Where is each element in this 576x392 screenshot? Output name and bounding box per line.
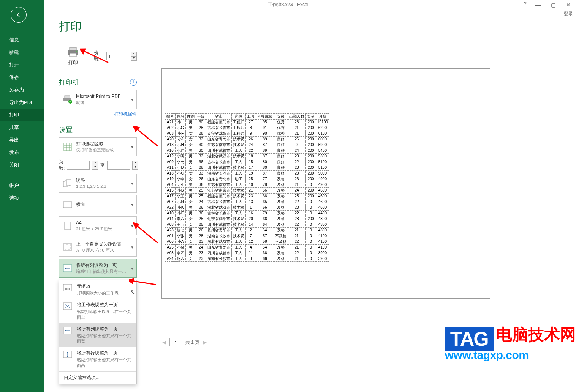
print-area-sub: 仅打印当前选定区域: [76, 147, 133, 153]
back-button[interactable]: [11, 7, 27, 23]
minimize-button[interactable]: —: [530, 0, 546, 9]
pages-to-input[interactable]: [107, 161, 130, 170]
copies-input[interactable]: [106, 52, 128, 60]
col-header: 年龄: [196, 114, 206, 120]
printer-selector[interactable]: Microsoft Print to PDF 就绪 ▼: [59, 90, 137, 109]
scaling-option-icon: [62, 350, 73, 368]
close-button[interactable]: ✕: [561, 0, 576, 9]
printer-heading: 打印机: [59, 78, 79, 87]
table-row: A01小张男28湖南省长沙市技术员757不及格2104100: [165, 233, 329, 239]
table-row: A20小J女33山东省青岛市技术员2689良好262006000: [165, 137, 329, 142]
page-input[interactable]: [169, 338, 182, 346]
printer-name: Microsoft Print to PDF: [76, 93, 133, 99]
nav-打印[interactable]: 打印: [0, 109, 44, 121]
scaling-option-3[interactable]: 将所有行调整为一页缩减打印输出使其只有一个页面高: [59, 347, 136, 371]
scaling-option-1[interactable]: 将工作表调整为一页缩减打印输出以显示在一个页面上: [59, 299, 136, 323]
watermark-tag: TAG: [445, 327, 494, 351]
annotation-arrow: [133, 125, 160, 148]
pages-to-label: 至: [100, 162, 105, 168]
table-row: A08王五女25四川省成都市技术员1464及格2204300: [165, 222, 329, 228]
pages-to-up[interactable]: ▲: [132, 161, 138, 165]
page-total: 共 1 页: [185, 339, 199, 346]
pages-to-down[interactable]: ▼: [132, 165, 138, 170]
pages-from-down[interactable]: ▼: [92, 165, 98, 170]
nav-选项[interactable]: 选项: [0, 192, 44, 204]
chevron-down-icon: ▼: [130, 224, 134, 228]
printer-properties-link[interactable]: 打印机属性: [114, 112, 137, 117]
pages-from-up[interactable]: ▲: [92, 161, 98, 165]
nav-导出为PDF[interactable]: 导出为PDF: [0, 96, 44, 109]
margins-title: 上一个自定义边距设置: [76, 241, 133, 247]
col-header: 省市: [206, 114, 232, 120]
page-next[interactable]: ▶: [203, 339, 207, 346]
fit-columns-icon: [62, 264, 73, 272]
table-row: A17小王男25福建省厦门市技术员2366及格252004600: [165, 194, 329, 199]
custom-scaling-link[interactable]: 自定义缩放选项...: [59, 371, 136, 384]
col-header: 性别: [186, 114, 196, 120]
table-row: A12小明男33湖北省武汉市技术员1887良好232005300: [165, 154, 329, 159]
copies-up[interactable]: ▲: [131, 52, 137, 56]
nav-关闭[interactable]: 关闭: [0, 159, 44, 171]
scaling-sub: 缩减打印输出使其只有一…: [76, 269, 133, 274]
copies-down[interactable]: ▼: [131, 56, 137, 61]
table-row: A04小I男36江苏省南京市工人1078及格2104900: [165, 182, 329, 188]
collate-selector[interactable]: 调整1,2,3 1,2,3 1,2,3 ▼: [59, 174, 137, 193]
scaling-selector[interactable]: 将所有列调整为一页缩减打印输出使其只有一… ▼: [59, 259, 137, 278]
sheet-icon: [62, 143, 73, 151]
scaling-option-sub: 缩减打印输出使其只有一个页面高: [77, 357, 133, 368]
nav-另存为[interactable]: 另存为: [0, 83, 44, 96]
chevron-down-icon: ▼: [130, 245, 134, 249]
chevron-down-icon: ▼: [130, 145, 134, 149]
svg-text:100: 100: [65, 287, 70, 291]
nav-导出[interactable]: 导出: [0, 134, 44, 146]
nav-保存[interactable]: 保存: [0, 71, 44, 83]
print-area-selector[interactable]: 打印选定区域 仅打印当前选定区域 ▼: [59, 137, 137, 156]
login-link[interactable]: 登录: [564, 11, 573, 17]
pages-label: 页数:: [59, 159, 65, 172]
table-row: A18小H女30江苏省南京市技术员2487良好02005900: [165, 142, 329, 148]
help-icon[interactable]: ?: [524, 1, 527, 7]
svg-rect-5: [65, 96, 70, 98]
preview-table: 编号姓名性别年龄省市岗位工号考核成绩等级出勤天数奖金月薪A21小L男30福建省厦…: [165, 113, 329, 262]
margins-selector[interactable]: 上一个自定义边距设置左: 0 厘米 右: 0 厘米 ▼: [59, 238, 137, 257]
orientation-selector[interactable]: 横向 ▼: [59, 195, 137, 214]
maximize-button[interactable]: ▢: [546, 0, 561, 9]
scaling-option-title: 将所有行调整为一页: [77, 350, 133, 356]
print-button-label: 打印: [68, 59, 78, 66]
table-row: A11小D女28四川省成都市技术员1780良好232005100: [165, 165, 329, 171]
printer-status-icon: [62, 95, 73, 104]
table-row: A24赵六女23湖南省长沙市工人366及格2103900: [165, 256, 329, 262]
svg-rect-2: [70, 53, 76, 57]
scaling-option-0[interactable]: 100无缩放打印实际大小的工作表: [59, 280, 136, 299]
settings-heading: 设置: [59, 125, 73, 134]
nav-打开[interactable]: 打开: [0, 58, 44, 71]
chevron-down-icon: ▼: [130, 266, 134, 271]
nav-共享[interactable]: 共享: [0, 121, 44, 134]
scaling-option-2[interactable]: 将所有列调整为一页缩减打印输出使其只有一个页面宽: [59, 323, 136, 347]
chevron-down-icon: ▼: [130, 98, 134, 102]
svg-rect-7: [64, 143, 71, 151]
col-header: 月薪: [316, 114, 329, 120]
nav-信息[interactable]: 信息: [0, 33, 44, 46]
svg-point-3: [76, 51, 78, 52]
chevron-down-icon: ▼: [130, 181, 134, 186]
col-header: 姓名: [176, 114, 186, 120]
page-prev[interactable]: ◀: [161, 339, 166, 346]
table-row: A15小B男25江苏省南京市技术员2166及格242004600: [165, 188, 329, 194]
scaling-option-icon: [62, 302, 73, 320]
table-row: A14李六女25辽宁省沈阳市技术员2066及格232004300: [165, 216, 329, 222]
nav-新建[interactable]: 新建: [0, 46, 44, 58]
col-header: 工号: [246, 114, 256, 120]
info-icon[interactable]: i: [130, 79, 137, 86]
pages-from-input[interactable]: [67, 161, 90, 170]
table-row: A13小C女33湖南省长沙市工人1987良好232005000: [165, 171, 329, 176]
paper-selector[interactable]: A421 厘米 x 29.7 厘米 ▼: [59, 216, 137, 235]
col-header: 编号: [165, 114, 176, 120]
print-button[interactable]: 打印: [59, 42, 87, 70]
table-row: A09小韦男36吉林省长春市工人1580良好222005100: [165, 159, 329, 165]
nav-帐户[interactable]: 帐户: [0, 179, 44, 192]
orientation-title: 横向: [76, 202, 133, 208]
nav-发布[interactable]: 发布: [0, 146, 44, 159]
margins-sub: 左: 0 厘米 右: 0 厘米: [76, 247, 133, 253]
watermark: TAG 电脑技术网 www.tagxp.com: [445, 327, 576, 362]
